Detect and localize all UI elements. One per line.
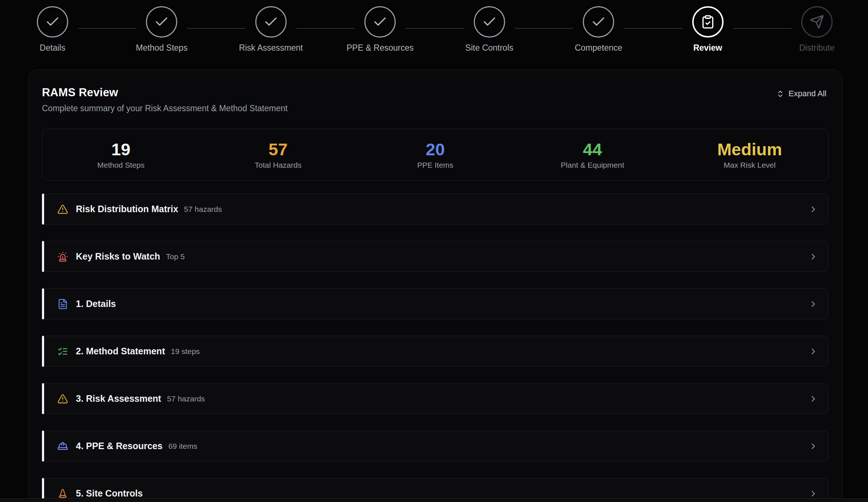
stat-value: 20 bbox=[426, 140, 445, 159]
stat-label: Plant & Equipment bbox=[561, 161, 624, 170]
step-connector bbox=[187, 28, 245, 29]
traffic-cone-icon bbox=[57, 488, 68, 499]
check-icon bbox=[146, 6, 177, 38]
check-icon bbox=[583, 6, 614, 38]
step-connector bbox=[297, 28, 354, 29]
step-connector bbox=[624, 28, 682, 29]
section-list: Risk Distribution Matrix 57 hazards Key … bbox=[42, 194, 829, 502]
chevron-right-icon bbox=[809, 205, 818, 214]
wizard-stepper: Details Method Steps Risk Assessment PPE… bbox=[0, 0, 868, 53]
step-label: Details bbox=[40, 43, 65, 53]
stat-value: 19 bbox=[111, 140, 130, 159]
expand-all-label: Expand All bbox=[788, 89, 826, 98]
check-icon bbox=[364, 6, 396, 38]
stat-method-steps: 19 Method Steps bbox=[42, 140, 199, 170]
chevron-right-icon bbox=[809, 299, 818, 309]
chevron-right-icon bbox=[809, 347, 818, 356]
hard-hat-icon bbox=[57, 441, 68, 452]
section-badge: 57 hazards bbox=[184, 205, 222, 214]
stat-max-risk-level: Medium Max Risk Level bbox=[671, 140, 828, 170]
stat-value: 44 bbox=[583, 140, 602, 159]
section-badge: 69 items bbox=[168, 442, 197, 451]
stat-label: Method Steps bbox=[97, 161, 145, 170]
step-distribute[interactable]: Distribute bbox=[801, 6, 833, 53]
step-label: Competence bbox=[575, 43, 622, 53]
step-label: Distribute bbox=[799, 43, 834, 53]
list-checks-icon bbox=[57, 346, 68, 357]
section-title: 1. Details bbox=[76, 299, 116, 309]
siren-icon bbox=[57, 251, 68, 262]
alert-triangle-icon bbox=[57, 204, 68, 215]
step-connector bbox=[515, 28, 573, 29]
stat-value: Medium bbox=[717, 140, 782, 159]
step-details[interactable]: Details bbox=[36, 6, 69, 53]
step-risk-assessment[interactable]: Risk Assessment bbox=[255, 6, 287, 53]
section-badge: Top 5 bbox=[166, 252, 185, 261]
alert-triangle-icon bbox=[57, 393, 68, 404]
step-label: Review bbox=[693, 43, 722, 53]
chevron-right-icon bbox=[809, 252, 818, 261]
step-label: Risk Assessment bbox=[239, 43, 303, 53]
section-ppe-resources[interactable]: 4. PPE & Resources 69 items bbox=[42, 431, 829, 462]
expand-all-button[interactable]: Expand All bbox=[776, 89, 826, 98]
chevrons-up-down-icon bbox=[776, 90, 784, 98]
section-risk-distribution-matrix[interactable]: Risk Distribution Matrix 57 hazards bbox=[42, 194, 829, 225]
section-badge: 57 hazards bbox=[167, 394, 205, 403]
section-title: 2. Method Statement bbox=[76, 346, 165, 357]
chevron-right-icon bbox=[809, 441, 818, 451]
clipboard-check-icon bbox=[692, 6, 724, 38]
step-review-active[interactable]: Review bbox=[692, 6, 724, 53]
step-ppe-resources[interactable]: PPE & Resources bbox=[364, 6, 396, 53]
section-details[interactable]: 1. Details bbox=[42, 288, 829, 319]
stat-ppe-items: 20 PPE Items bbox=[357, 140, 514, 170]
step-label: PPE & Resources bbox=[346, 43, 414, 53]
file-text-icon bbox=[57, 299, 68, 310]
stat-total-hazards: 57 Total Hazards bbox=[199, 140, 357, 170]
section-title: 4. PPE & Resources bbox=[76, 441, 163, 451]
section-title: 3. Risk Assessment bbox=[76, 393, 161, 404]
section-title: Risk Distribution Matrix bbox=[76, 204, 178, 214]
step-label: Method Steps bbox=[136, 43, 187, 53]
stat-label: Total Hazards bbox=[255, 161, 301, 170]
step-label: Site Controls bbox=[465, 43, 514, 53]
send-icon bbox=[801, 6, 833, 38]
stat-label: Max Risk Level bbox=[724, 161, 775, 170]
section-risk-assessment[interactable]: 3. Risk Assessment 57 hazards bbox=[42, 383, 829, 414]
check-icon bbox=[255, 6, 287, 38]
chevron-right-icon bbox=[809, 394, 818, 404]
bottom-bar-edge bbox=[0, 498, 868, 502]
section-method-statement[interactable]: 2. Method Statement 19 steps bbox=[42, 336, 829, 367]
section-title: Key Risks to Watch bbox=[76, 251, 160, 262]
page-title: RAMS Review bbox=[42, 86, 829, 99]
section-title: 5. Site Controls bbox=[76, 488, 143, 499]
page-subtitle: Complete summary of your Risk Assessment… bbox=[42, 104, 829, 113]
step-connector bbox=[406, 28, 464, 29]
chevron-right-icon bbox=[809, 489, 818, 498]
summary-stats-panel: 19 Method Steps 57 Total Hazards 20 PPE … bbox=[42, 129, 829, 181]
check-icon bbox=[37, 6, 68, 38]
section-key-risks[interactable]: Key Risks to Watch Top 5 bbox=[42, 241, 829, 272]
step-method-steps[interactable]: Method Steps bbox=[146, 6, 178, 53]
step-site-controls[interactable]: Site Controls bbox=[473, 6, 505, 53]
stat-value: 57 bbox=[268, 140, 287, 159]
step-competence[interactable]: Competence bbox=[582, 6, 615, 53]
section-badge: 19 steps bbox=[171, 347, 199, 356]
step-connector bbox=[78, 28, 136, 29]
step-connector bbox=[733, 28, 791, 29]
stat-plant-equipment: 44 Plant & Equipment bbox=[514, 140, 671, 170]
check-icon bbox=[474, 6, 505, 38]
stat-label: PPE Items bbox=[417, 161, 453, 170]
rams-review-card: RAMS Review Complete summary of your Ris… bbox=[28, 70, 842, 502]
